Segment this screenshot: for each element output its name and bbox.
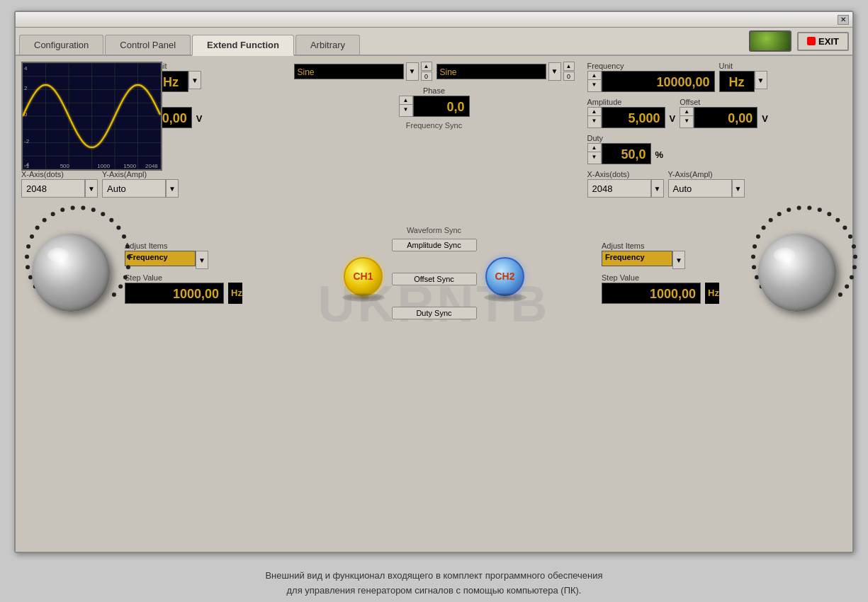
offset-sync-btn[interactable]: Offset Sync (392, 273, 477, 285)
svg-point-12 (71, 205, 75, 210)
ch2-off-up[interactable]: ▲ (680, 108, 693, 116)
svg-point-48 (838, 293, 842, 297)
ch2-step-unit: Hz (705, 283, 719, 304)
ch2-adjust-display[interactable]: Frequency (602, 251, 672, 266)
tab-arbitrary[interactable]: Arbitrary (295, 35, 360, 55)
ch2-frequency-spinner[interactable]: ▲ ▼ (587, 71, 602, 92)
ch2-offset-spinner[interactable]: ▲ ▼ (680, 107, 694, 128)
exit-button[interactable]: EXIT (797, 32, 849, 51)
ch1-yaxis-display[interactable]: Auto (102, 179, 166, 198)
svg-point-44 (853, 255, 857, 259)
svg-point-17 (116, 225, 120, 229)
ch2-duty-down[interactable]: ▼ (588, 152, 601, 161)
tab-configuration[interactable]: Configuration (19, 35, 103, 55)
freq-sync-label: Frequency Sync (406, 121, 462, 130)
ch1-button[interactable]: CH1 (344, 257, 383, 296)
ch2-duty-label: Duty (587, 134, 651, 142)
ch1-xaxis-btn[interactable]: ▼ (85, 179, 98, 198)
ch2-unit-label: Unit (719, 62, 767, 70)
ch2-amplitude-spinner[interactable]: ▲ ▼ (587, 107, 602, 128)
ch1-wave-dropdown[interactable]: ▼ (406, 62, 419, 81)
ch1-wave-spin-up[interactable]: ▲ (421, 62, 432, 71)
ch1-waveform-select[interactable]: Sine (294, 64, 404, 79)
close-button[interactable]: ✕ (838, 15, 849, 25)
ch2-adjust-btn[interactable]: ▼ (672, 251, 685, 269)
ch2-step-display: 1000,00 (602, 283, 701, 304)
svg-point-46 (850, 275, 854, 279)
ch2-frequency-label: Frequency (587, 62, 715, 70)
ch2-yaxis-btn[interactable]: ▼ (732, 179, 745, 198)
ch2-freq-down[interactable]: ▼ (588, 80, 601, 89)
ch2-freq-up[interactable]: ▲ (588, 72, 601, 80)
ch2-amp-down[interactable]: ▼ (588, 116, 601, 125)
ch2-unit-display: Hz (719, 71, 755, 92)
ch2-panel: Frequency ▲ ▼ 10000,00 Unit Hz (587, 62, 847, 198)
ch2-step-label: Step Value (602, 273, 743, 282)
duty-sync-btn[interactable]: Duty Sync (392, 307, 477, 319)
ch1-knob[interactable] (32, 234, 110, 312)
center-panel: Sine ▼ ▲ 0 Sine ▼ (286, 62, 583, 198)
ch2-button[interactable]: CH2 (485, 257, 524, 296)
ch2-offset-unit: V (762, 113, 768, 128)
svg-point-22 (123, 275, 128, 279)
svg-point-35 (787, 208, 791, 212)
ch1-xaxis-label: X-Axis(dots) (21, 170, 98, 178)
svg-point-15 (101, 212, 105, 216)
ch1-adjust-btn[interactable]: ▼ (196, 251, 208, 269)
amplitude-sync-btn[interactable]: Amplitude Sync (392, 239, 477, 251)
svg-point-6 (26, 244, 30, 249)
phase-spinner[interactable]: ▲ ▼ (399, 96, 413, 117)
svg-point-9 (43, 218, 47, 222)
ch2-duty-spinner[interactable]: ▲ ▼ (587, 143, 602, 164)
svg-point-39 (827, 212, 831, 216)
ch2-wave-spin-up[interactable]: ▲ (563, 62, 575, 71)
wave-sync-label: Waveform Sync (407, 226, 461, 234)
svg-point-4 (26, 265, 30, 269)
ch2-wave-dropdown[interactable]: ▼ (548, 62, 561, 81)
ch1-knob-highlight (47, 248, 69, 262)
svg-point-43 (852, 244, 856, 249)
svg-point-47 (845, 284, 849, 288)
svg-point-34 (777, 212, 782, 216)
ch1-adjust-display[interactable]: Frequency (125, 251, 196, 266)
ch2-xaxis-label: X-Axis(dots) (587, 170, 664, 178)
footer-line1: Внешний вид и функционал входящего в ком… (265, 569, 602, 584)
svg-point-19 (125, 244, 130, 249)
tab-bar: Configuration Control Panel Extend Funct… (16, 28, 852, 56)
ch2-xaxis-btn[interactable]: ▼ (651, 179, 664, 198)
ch2-frequency-display: 10000,00 (602, 71, 715, 92)
led-indicator (749, 30, 791, 52)
svg-point-11 (60, 208, 64, 212)
ch2-waveform-select[interactable]: Sine (436, 64, 546, 79)
ch1-step-display: 1000,00 (125, 283, 224, 304)
ch2-duty-up[interactable]: ▲ (588, 144, 601, 152)
ch2-offset-label: Offset (680, 98, 757, 106)
ch1-xaxis-display[interactable]: 2048 (21, 179, 85, 198)
ch2-offset-display: 0,00 (694, 107, 757, 128)
ch2-amp-up[interactable]: ▲ (588, 108, 601, 116)
ch2-off-down[interactable]: ▼ (680, 116, 693, 125)
footer-line2: для управления генератором сигналов с по… (265, 584, 602, 598)
ch1-yaxis-label: Y-Axis(Ampl) (102, 170, 179, 178)
svg-point-36 (797, 205, 801, 210)
svg-point-37 (807, 205, 811, 210)
phase-down[interactable]: ▼ (400, 105, 412, 113)
svg-point-29 (751, 255, 755, 259)
ch2-unit-dropdown[interactable]: Hz ▼ (719, 71, 767, 92)
ch1-yaxis-btn[interactable]: ▼ (166, 179, 179, 198)
tab-extend-function[interactable]: Extend Function (192, 35, 294, 56)
ch2-bottom-controls: Adjust Items Frequency ▼ Step Value 1000… (602, 242, 743, 304)
ch1-unit-btn[interactable]: ▼ (188, 71, 201, 89)
ch1-knob-container: // We'll draw this in JS below (21, 202, 120, 343)
phase-up[interactable]: ▲ (400, 96, 412, 105)
ch2-yaxis-display[interactable]: Auto (668, 179, 732, 198)
tab-control-panel[interactable]: Control Panel (105, 35, 191, 55)
ch2-knob[interactable] (758, 234, 836, 312)
ch2-oscilloscope (21, 62, 162, 171)
ch2-duty-unit: % (655, 149, 664, 164)
ch2-xaxis-display[interactable]: 2048 (587, 179, 651, 198)
ch2-duty-display: 50,0 (602, 143, 651, 164)
ch2-unit-btn[interactable]: ▼ (755, 71, 767, 89)
ch1-adjust-label: Adjust Items (125, 242, 266, 250)
ch1-offset-unit: V (196, 113, 203, 128)
